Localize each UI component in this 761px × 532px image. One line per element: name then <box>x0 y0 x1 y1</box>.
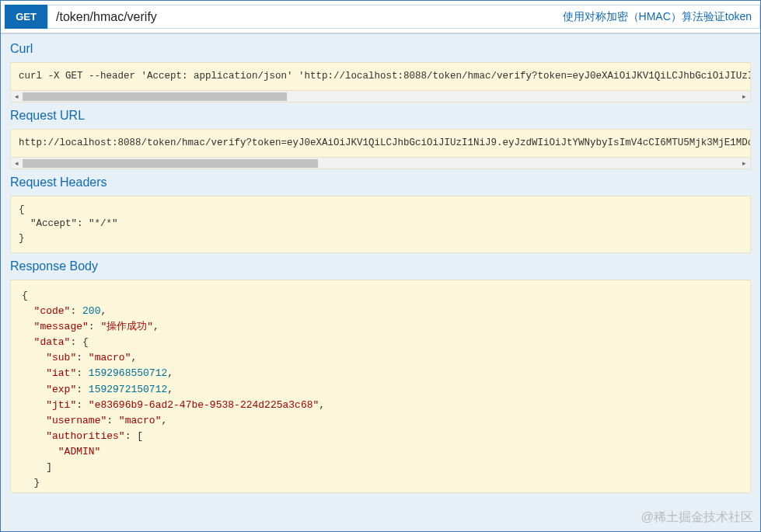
scroll-thumb[interactable] <box>23 92 287 101</box>
path-bar: /token/hmac/verify 使用对称加密（HMAC）算法验证token <box>47 5 760 29</box>
scroll-right-icon[interactable]: ▸ <box>738 91 750 102</box>
request-url-scrollbar[interactable]: ◂ ▸ <box>10 158 751 169</box>
request-headers-block[interactable]: { "Accept": "*/*" } <box>10 196 751 253</box>
http-method-badge: GET <box>5 5 47 29</box>
scroll-left-icon[interactable]: ◂ <box>11 91 23 102</box>
scroll-thumb[interactable] <box>23 159 318 168</box>
scroll-left-icon[interactable]: ◂ <box>11 158 23 169</box>
request-url-section-title: Request URL <box>10 109 751 123</box>
operation-header[interactable]: GET /token/hmac/verify 使用对称加密（HMAC）算法验证t… <box>1 1 760 33</box>
response-body-block[interactable]: { "code": 200, "message": "操作成功", "data"… <box>10 280 751 493</box>
swagger-panel: GET /token/hmac/verify 使用对称加密（HMAC）算法验证t… <box>0 0 761 532</box>
curl-command-block[interactable]: curl -X GET --header 'Accept: applicatio… <box>10 62 751 91</box>
endpoint-description: 使用对称加密（HMAC）算法验证token <box>563 10 752 24</box>
scroll-right-icon[interactable]: ▸ <box>738 158 750 169</box>
request-url-block[interactable]: http://localhost:8088/token/hmac/verify?… <box>10 129 751 158</box>
request-headers-section-title: Request Headers <box>10 176 751 190</box>
operation-content: Curl curl -X GET --header 'Accept: appli… <box>1 33 760 531</box>
endpoint-path: /token/hmac/verify <box>56 10 157 24</box>
curl-section-title: Curl <box>10 42 751 56</box>
curl-scrollbar[interactable]: ◂ ▸ <box>10 91 751 103</box>
response-body-section-title: Response Body <box>10 259 751 273</box>
